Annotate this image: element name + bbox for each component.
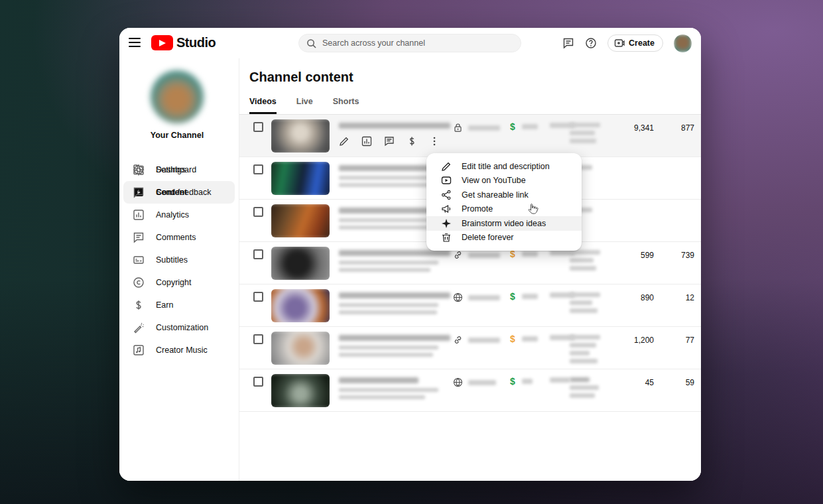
comments-count: 12 [648,293,694,302]
sparkle-icon [441,218,452,229]
dollar-icon: $ [510,291,515,302]
table-row[interactable]: $ 45 59 [239,369,701,412]
tab-live[interactable]: Live [296,97,313,114]
row-checkbox[interactable] [253,334,263,344]
pencil-icon [441,161,452,172]
video-thumbnail[interactable] [271,162,330,195]
sidebar-item-settings[interactable]: Settings [123,158,235,181]
logo-text: Studio [176,35,216,50]
extra-blurred [570,123,600,147]
account-avatar[interactable] [674,34,692,52]
trash-icon [441,232,452,243]
link-icon [453,335,463,345]
channel-label: Your Channel [119,131,235,140]
search-placeholder: Search across your channel [322,38,425,48]
comments-icon[interactable] [384,136,395,147]
monetization-icon[interactable] [407,136,417,147]
menu-item-view-on-youtube[interactable]: View on YouTube [426,174,582,188]
extra-blurred [570,335,600,367]
row-checkbox[interactable] [253,207,263,217]
row-checkbox[interactable] [253,122,263,132]
video-title-blurred [339,250,453,275]
comments-count: 739 [648,251,694,260]
date-blurred [550,377,570,383]
video-thumbnail[interactable] [271,119,330,153]
video-title-blurred [339,123,453,133]
hamburger-menu-icon[interactable] [129,38,141,47]
table-row[interactable]: $ 9,341 877 [239,115,701,157]
video-thumbnail[interactable] [271,247,330,280]
edit-icon[interactable] [339,136,349,147]
tab-videos[interactable]: Videos [249,97,277,114]
menu-item-edit-title[interactable]: Edit title and description [426,159,582,174]
sidebar: Your Channel Dashboard Content Analytics… [119,58,239,481]
views-count: 890 [601,293,654,302]
create-button-label: Create [629,38,655,48]
visibility-cell[interactable] [453,292,500,302]
monetization-cell[interactable]: $ [510,376,533,387]
extra-blurred [570,250,600,274]
row-checkbox[interactable] [253,249,263,259]
megaphone-icon [441,204,452,214]
help-icon[interactable] [585,37,597,49]
dollar-icon: $ [510,334,515,344]
more-options-icon[interactable] [429,136,440,147]
monetization-cell[interactable]: $ [510,334,538,344]
share-icon [441,190,452,200]
video-thumbnail[interactable] [271,374,330,407]
gear-icon [133,164,145,176]
video-title-blurred [339,292,453,318]
views-count: 9,341 [601,123,654,133]
dollar-icon: $ [510,376,515,387]
youtube-play-icon [151,35,173,50]
youtube-studio-window: Studio Search across your channel Create [119,28,701,481]
row-checkbox[interactable] [253,164,263,174]
video-thumbnail[interactable] [271,204,330,237]
visibility-cell[interactable] [453,250,500,260]
video-thumbnail[interactable] [271,289,330,322]
search-icon [306,38,316,48]
youtube-studio-logo[interactable]: Studio [151,35,216,50]
table-row[interactable]: $ 1,200 77 [239,327,701,369]
play-box-icon [441,175,452,186]
visibility-cell[interactable] [453,123,500,133]
sidebar-item-label: Send feedback [156,188,211,197]
search-input[interactable]: Search across your channel [298,34,521,52]
monetization-cell[interactable]: $ [510,291,538,302]
menu-item-get-shareable-link[interactable]: Get shareable link [426,188,582,202]
menu-item-promote[interactable]: Promote [426,202,582,217]
row-checkbox[interactable] [253,292,263,302]
monetization-cell[interactable]: $ [510,121,538,132]
extra-blurred [570,377,600,401]
row-checkbox[interactable] [253,377,263,387]
analytics-icon[interactable] [361,136,372,147]
views-count: 599 [601,251,654,260]
dollar-icon: $ [510,121,515,132]
views-count: 45 [601,378,654,387]
sidebar-item-send-feedback[interactable]: Send feedback [123,181,235,204]
sidebar-footer: Settings Send feedback [119,158,239,479]
comments-count: 77 [648,336,694,345]
tab-shorts[interactable]: Shorts [333,97,359,114]
main-content: Channel content Videos Live Shorts [239,58,701,481]
menu-item-delete-forever[interactable]: Delete forever [426,231,582,245]
table-row[interactable]: $ 890 12 [239,284,701,327]
video-title-blurred [339,335,453,360]
link-icon [453,250,463,260]
visibility-cell[interactable] [453,377,496,387]
menu-item-brainstorm-video-ideas[interactable]: Brainstorm video ideas [426,216,582,231]
create-icon [614,38,625,48]
page-title: Channel content [249,70,353,85]
sidebar-item-label: Settings [156,165,186,174]
lock-icon [453,123,463,133]
channel-avatar[interactable] [151,70,204,123]
context-menu: Edit title and description View on YouTu… [426,153,582,251]
create-button[interactable]: Create [607,34,663,52]
visibility-cell[interactable] [453,335,500,345]
content-tabs: Videos Live Shorts [249,97,379,114]
feedback-icon[interactable] [562,37,574,49]
video-title-blurred [339,377,453,403]
topbar: Studio Search across your channel Create [119,28,701,58]
feedback-alert-icon [133,186,145,198]
video-thumbnail[interactable] [271,332,330,365]
